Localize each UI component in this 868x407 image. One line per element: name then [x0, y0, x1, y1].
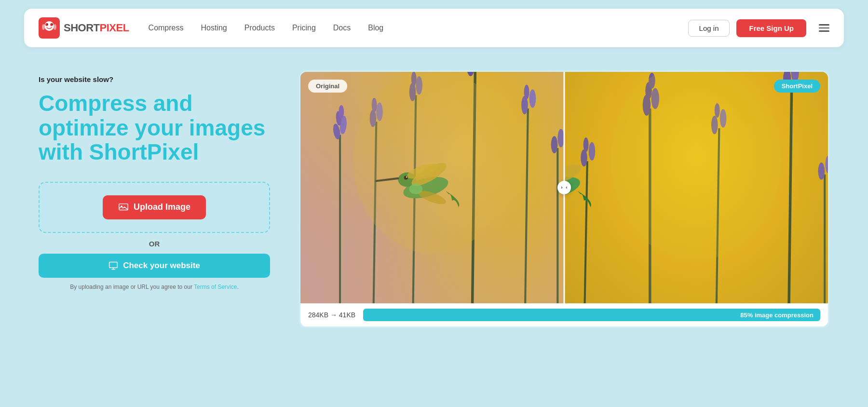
- upload-button[interactable]: Upload Image: [103, 195, 206, 219]
- svg-rect-12: [109, 262, 118, 268]
- compressed-image: [564, 72, 828, 303]
- stats-bar: 284KB → 41KB 85% image compression: [300, 303, 828, 326]
- stats-percent: 85% image compression: [740, 312, 814, 319]
- svg-point-4: [47, 24, 48, 25]
- svg-point-8: [42, 24, 45, 30]
- upload-dropzone[interactable]: Upload Image: [39, 182, 270, 233]
- nav-link-products[interactable]: Products: [244, 24, 275, 32]
- comparison-handle[interactable]: [557, 181, 571, 194]
- svg-point-53: [589, 142, 596, 161]
- svg-point-9: [54, 24, 56, 30]
- svg-point-35: [529, 89, 536, 108]
- nav-link-compress[interactable]: Compress: [149, 24, 184, 32]
- svg-rect-7: [52, 31, 55, 36]
- hamburger-menu[interactable]: [819, 24, 829, 32]
- svg-point-38: [551, 136, 558, 153]
- terms-text: By uploading an image or URL you agree t…: [39, 284, 270, 290]
- logo[interactable]: SHORTPIXEL: [39, 17, 129, 39]
- nav-links: Compress Hosting Products Pricing Docs B…: [149, 24, 688, 32]
- svg-point-1: [44, 21, 54, 31]
- nav-link-hosting[interactable]: Hosting: [201, 24, 227, 32]
- hero-title: Compress and optimize your images with S…: [39, 91, 270, 164]
- nav-actions: Log in Free Sign Up: [688, 19, 829, 37]
- logo-text: SHORTPIXEL: [64, 22, 129, 34]
- hero-subtitle: Is your website slow?: [39, 75, 270, 83]
- upload-icon: [118, 202, 129, 213]
- svg-point-54: [583, 137, 589, 152]
- hero-left: Is your website slow? Compress and optim…: [39, 70, 270, 290]
- login-button[interactable]: Log in: [688, 20, 730, 37]
- svg-point-69: [818, 163, 825, 180]
- svg-point-19: [339, 105, 344, 118]
- badge-original: Original: [308, 80, 347, 93]
- or-divider: OR: [39, 240, 270, 248]
- check-website-button[interactable]: Check your website: [39, 254, 270, 278]
- badge-shortpixel: ShortPixel: [774, 80, 820, 93]
- original-image: [300, 72, 564, 303]
- terms-link[interactable]: Terms of Service: [194, 284, 237, 290]
- hero-section: Is your website slow? Compress and optim…: [0, 56, 868, 328]
- svg-rect-6: [43, 31, 46, 36]
- handle-arrows-icon: [561, 184, 568, 191]
- svg-point-36: [524, 85, 529, 99]
- monitor-icon: [108, 261, 118, 271]
- nav-link-blog[interactable]: Blog: [368, 24, 383, 32]
- stats-size: 284KB → 41KB: [308, 311, 355, 319]
- svg-point-5: [52, 24, 53, 25]
- stats-progress-bar: 85% image compression: [363, 309, 820, 321]
- svg-point-49: [353, 72, 511, 254]
- comparison-images: Original ShortPixel: [300, 72, 828, 303]
- logo-icon: [39, 17, 60, 39]
- hero-right: Original ShortPixel: [299, 70, 829, 328]
- nav-link-docs[interactable]: Docs: [333, 24, 351, 32]
- signup-button[interactable]: Free Sign Up: [736, 19, 806, 37]
- nav-link-pricing[interactable]: Pricing: [292, 24, 316, 32]
- comparison-container: Original ShortPixel: [299, 70, 829, 328]
- navbar: SHORTPIXEL Compress Hosting Products Pri…: [24, 9, 844, 47]
